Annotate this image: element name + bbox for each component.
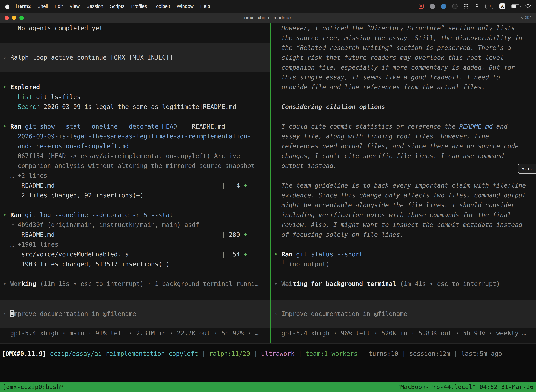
wifi-icon[interactable] — [526, 4, 531, 9]
battery-percent-badge[interactable]: 61 — [485, 4, 493, 9]
model-status-line-left: gpt-5.4 xhigh · main · 91% left · 2.31M … — [0, 328, 270, 338]
terminal-line: the “Related research writing” section i… — [271, 43, 536, 53]
terminal-line: • Ran git status --short — [271, 249, 536, 259]
terminal-line: changes, I can't cite specific file line… — [271, 151, 536, 161]
minimize-window-button[interactable] — [12, 16, 16, 20]
tmux-status-bar: [omx-cczip0:bash* "MacBook-Pro-44.local"… — [0, 382, 536, 392]
screen: iTerm2ShellEditViewSessionScriptsProfile… — [0, 0, 536, 392]
terminal-line: Search 2026-03-09-is-legal-the-same-as-l… — [0, 102, 270, 112]
menubar-menu-shell[interactable]: Shell — [34, 4, 51, 9]
window-titlebar: omx --xhigh --madmax ⌥⌘1 — [0, 13, 536, 23]
agents-note-line: └ No agents completed yet — [0, 23, 270, 33]
terminal-line — [271, 269, 536, 279]
terminal-pane-left: └ No agents completed yet › Ralph loop a… — [0, 23, 270, 343]
terminal-line: └ 067f154 (HEAD -> essay/ai-reimplementa… — [0, 151, 270, 161]
menubar-status-icons: 61 A — [419, 3, 531, 9]
terminal-line — [271, 92, 536, 102]
terminal-line: └ List git ls-files — [0, 92, 270, 102]
password-manager-icon[interactable] — [474, 4, 479, 9]
terminal-line: references need actual files, and since … — [271, 141, 536, 151]
terminal-pane-right: However, I noticed the “Directory Struct… — [271, 23, 536, 343]
terminal-line: companion file, especially if more comme… — [271, 62, 536, 72]
app-grid-icon[interactable] — [464, 4, 469, 9]
menubar-menus: iTerm2ShellEditViewSessionScriptsProfile… — [5, 4, 213, 9]
terminal-line: • Explored — [0, 82, 270, 92]
menubar-menu-window[interactable]: Window — [173, 4, 197, 9]
menubar-menu-session[interactable]: Session — [83, 4, 107, 9]
terminal-line: output instead. — [271, 161, 536, 171]
window-title: omx --xhigh --madmax — [244, 15, 292, 21]
close-window-button[interactable] — [5, 16, 9, 20]
terminal-line: Considering citation options — [271, 102, 536, 112]
terminal-line — [0, 269, 270, 279]
zoom-window-button[interactable] — [19, 16, 24, 20]
tmux-session-label: [omx-cczip0:bash* — [2, 383, 64, 390]
terminal-line: • Ran git show --stat --oneline --decora… — [0, 121, 270, 131]
menubar-menu-scripts[interactable]: Scripts — [107, 4, 128, 9]
terminal-line — [0, 112, 270, 121]
menubar-menu-list: iTerm2ShellEditViewSessionScriptsProfile… — [12, 4, 213, 9]
terminal-line: 2 files changed, 92 insertions(+) — [0, 190, 270, 200]
terminal-line — [271, 112, 536, 121]
scrollback-left: • Explored └ List git ls-files Search 20… — [0, 82, 270, 289]
menubar: iTerm2ShellEditViewSessionScriptsProfile… — [0, 0, 536, 13]
prompt-input-left[interactable]: › Improve documentation in @filename — [0, 300, 270, 328]
apple-menu-icon[interactable] — [5, 4, 10, 9]
terminal-line: • Ran git log --oneline --decorate -n 5 … — [0, 210, 270, 220]
terminal-line: README.md | 280 + — [0, 230, 270, 240]
menubar-menu-iterm2[interactable]: iTerm2 — [12, 4, 34, 9]
scrollback-right: However, I noticed the “Directory Struct… — [271, 23, 536, 289]
battery-icon[interactable] — [511, 5, 519, 8]
traffic-lights — [5, 16, 24, 20]
terminal-line: 1903 files changed, 513517 insertions(+) — [0, 259, 270, 269]
terminal-line: evidence. Since this change only affects… — [271, 190, 536, 200]
terminal-line: this single essay, it seems like a good … — [271, 72, 536, 82]
terminal-line: provide file and line references from th… — [271, 82, 536, 92]
input-source-badge[interactable]: A — [499, 3, 505, 9]
terminal-line — [271, 171, 536, 181]
omx-status-line: [OMX#0.11.9] cczip/essay/ai-reimplementa… — [0, 349, 536, 359]
prompt-input-right[interactable]: › Improve documentation in @filename — [271, 300, 536, 328]
input-source-label: A — [501, 4, 504, 9]
notification-tooltip: Scre — [517, 164, 536, 173]
terminal-line: essay file, along with finding root file… — [271, 131, 536, 141]
terminal-line: including verification notes with those … — [271, 210, 536, 220]
terminal-line: The team guideline is to back every impo… — [271, 181, 536, 190]
utility-app-icon[interactable] — [452, 4, 458, 9]
menubar-menu-edit[interactable]: Edit — [51, 4, 66, 9]
terminal-line — [0, 200, 270, 210]
terminal-line: └ 4b9d30f (origin/main, instructkr/main,… — [0, 220, 270, 230]
terminal-line: 2026-03-09-is-legal-the-same-as-legitima… — [0, 131, 270, 141]
terminal-line — [271, 240, 536, 249]
menubar-menu-profiles[interactable]: Profiles — [128, 4, 150, 9]
prompt-input-left-line[interactable]: › Improve documentation in @filename — [0, 309, 270, 319]
screen-record-indicator-icon[interactable] — [419, 4, 424, 9]
menubar-menu-view[interactable]: View — [66, 4, 83, 9]
terminal-line: I could cite commit statistics or refere… — [271, 121, 536, 131]
terminal-line: └ (no output) — [271, 259, 536, 269]
model-status-line-right: gpt-5.4 xhigh · 96% left · 520K in · 5.8… — [271, 328, 536, 338]
battery-percent-label: 61 — [488, 5, 491, 8]
prompt-input-right-line[interactable]: › Improve documentation in @filename — [271, 309, 536, 319]
terminal-line: • Waiting for background terminal (1m 41… — [271, 279, 536, 289]
terminal-line: src/voice/voiceModeEnabled.ts | 54 + — [0, 249, 270, 259]
terminal-line: slight risk that future readers may over… — [271, 53, 536, 62]
terminal-content: └ No agents completed yet › Ralph loop a… — [0, 23, 536, 343]
terminal-line: review. Also, I might want to inspect th… — [271, 220, 536, 230]
vpn-app-icon[interactable] — [441, 4, 446, 9]
terminal-line: companion analysis without altering the … — [0, 161, 270, 171]
terminal-line: • Working (11m 13s • esc to interrupt) ·… — [0, 279, 270, 289]
menubar-menu-help[interactable]: Help — [197, 4, 214, 9]
terminal-line: of focusing solely on file lines. — [271, 230, 536, 240]
terminal-line: … +1901 lines — [0, 240, 270, 249]
tab-shortcut-label: ⌥⌘1 — [519, 15, 532, 21]
terminal-line: the source tree, missing the essay. Stil… — [271, 33, 536, 43]
terminal-line: README.md | 4 + — [0, 181, 270, 190]
camera-app-icon[interactable] — [430, 4, 435, 9]
terminal-line: … +2 lines — [0, 171, 270, 181]
omx-status-bar: [OMX#0.11.9] cczip/essay/ai-reimplementa… — [0, 343, 536, 382]
menubar-menu-toolbelt[interactable]: Toolbelt — [150, 4, 173, 9]
terminal-line: and-the-erosion-of-copyleft.md — [0, 141, 270, 151]
terminal-line: might be acceptable alongside the file l… — [271, 200, 536, 210]
terminal-line: However, I noticed the “Directory Struct… — [271, 23, 536, 33]
